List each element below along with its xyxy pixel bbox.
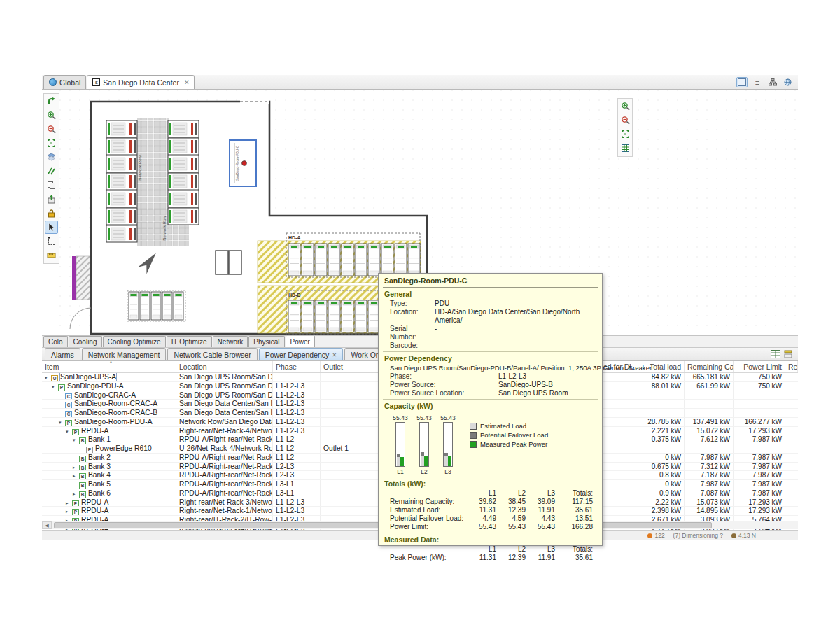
column-header-re[interactable]: Re	[785, 361, 798, 372]
power-equipment-unit[interactable]	[140, 292, 150, 320]
power-equipment-unit[interactable]	[355, 244, 367, 276]
power-equipment-unit[interactable]	[162, 292, 172, 320]
rack[interactable]	[106, 173, 137, 190]
cell-remaining-capacity	[685, 409, 734, 417]
rack[interactable]	[168, 120, 199, 137]
plan-tab-cooling[interactable]: Cooling	[69, 336, 102, 347]
rack[interactable]	[168, 190, 199, 207]
panel-tab-network-cable-browser[interactable]: Network Cable Browser	[167, 348, 257, 360]
tree-expander[interactable]: ▸	[73, 472, 79, 479]
editor-tab-0[interactable]: Global	[43, 75, 86, 89]
power-equipment-unit[interactable]	[174, 292, 183, 320]
editor-layout-icon[interactable]	[736, 77, 748, 88]
column-header-power-limit[interactable]: Power Limit	[734, 361, 785, 372]
plan-tab-network[interactable]: Network	[213, 336, 248, 347]
power-equipment-unit[interactable]	[288, 244, 300, 276]
layers-tool-button[interactable]	[45, 150, 58, 164]
world-icon[interactable]	[783, 77, 794, 88]
power-equipment-unit[interactable]	[129, 292, 139, 320]
scroll-left-button[interactable]: ◀	[42, 522, 52, 529]
rack[interactable]	[168, 173, 199, 190]
panel-tab-power-dependency[interactable]: Power Dependency✕	[259, 348, 344, 360]
rack[interactable]	[106, 190, 137, 207]
selected-pdu-c[interactable]: SanDiego-Room-PDU-C	[230, 140, 256, 186]
zoom-in-tool-button[interactable]	[45, 108, 58, 122]
close-icon[interactable]: ✕	[332, 351, 337, 358]
close-icon[interactable]: ✕	[184, 79, 190, 86]
power-equipment-unit[interactable]	[368, 244, 380, 276]
zoom-out-button[interactable]	[619, 113, 632, 127]
zoom-out-tool-button[interactable]	[45, 122, 58, 136]
minimize-icon[interactable]	[784, 350, 792, 360]
power-equipment-unit[interactable]	[288, 300, 300, 332]
select-tool-button[interactable]	[45, 220, 58, 234]
plan-tab-cooling-optimize[interactable]: Cooling Optimize	[103, 336, 166, 347]
rack[interactable]	[168, 155, 199, 172]
panel-tab-network-management[interactable]: Network Management	[82, 348, 167, 360]
rack[interactable]	[106, 138, 137, 155]
grid-view-button[interactable]	[619, 141, 632, 155]
column-header-remaining-ca-[interactable]: Remaining Ca...	[685, 361, 734, 372]
power-equipment-unit[interactable]	[328, 244, 340, 276]
column-header-outlet[interactable]: Outlet	[321, 361, 372, 372]
tree-expander[interactable]: ▸	[73, 463, 79, 471]
rack[interactable]	[106, 155, 137, 172]
cell-dimension	[601, 463, 638, 471]
power-equipment-unit[interactable]	[355, 300, 367, 332]
power-equipment-unit[interactable]	[302, 244, 314, 276]
cell-location: RPDU-A/Right-rear/Net-Rack-4/N...	[176, 480, 273, 489]
marquee-tool-button[interactable]	[45, 234, 58, 248]
paste-tool-button[interactable]	[45, 192, 58, 206]
plan-tab-power[interactable]: Power	[286, 335, 315, 347]
copy-tool-button[interactable]	[45, 178, 58, 192]
cell-outlet	[321, 373, 372, 382]
column-header-location[interactable]: Location	[176, 361, 273, 372]
power-equipment-unit[interactable]	[342, 244, 354, 276]
power-equipment-unit[interactable]	[382, 244, 393, 276]
cell-power-limit: 17.293 kW	[734, 507, 785, 515]
hierarchy-icon[interactable]	[767, 77, 778, 88]
phase-label: L3	[436, 468, 460, 475]
power-equipment-unit[interactable]	[151, 292, 161, 320]
rack[interactable]	[106, 120, 137, 137]
plan-tab-colo[interactable]: Colo	[43, 336, 68, 347]
power-equipment-unit[interactable]	[408, 244, 420, 276]
tree-expander[interactable]: ▾	[52, 383, 58, 391]
plan-tab-physical[interactable]: Physical	[248, 336, 284, 347]
column-header-phase[interactable]: Phase	[273, 361, 321, 372]
tree-expander[interactable]: ▾	[45, 374, 51, 382]
rack[interactable]	[168, 208, 199, 225]
connections-tool-button[interactable]	[45, 164, 58, 178]
menu-icon[interactable]: ≡	[752, 77, 763, 88]
table-view-icon[interactable]	[771, 350, 780, 360]
power-equipment-unit[interactable]	[395, 244, 407, 276]
power-equipment-unit[interactable]	[328, 300, 340, 332]
plan-tab-it-optimize[interactable]: IT Optimize	[167, 336, 212, 347]
power-equipment-unit[interactable]	[315, 244, 327, 276]
tree-expander[interactable]: ▸	[73, 490, 79, 498]
cell-dimension	[601, 435, 638, 444]
tree-expander[interactable]: ▾	[66, 428, 72, 435]
column-header-item[interactable]: ▲Item	[42, 361, 176, 372]
fit-to-window-tool-button[interactable]	[45, 136, 58, 150]
tree-expander[interactable]: ▾	[59, 419, 65, 426]
ruler-tool-button[interactable]	[45, 248, 58, 262]
power-equipment-unit[interactable]	[302, 300, 314, 332]
zoom-in-button[interactable]	[619, 99, 632, 113]
undo-tool-button[interactable]	[45, 94, 58, 108]
lock-tool-button[interactable]	[45, 206, 58, 220]
cell-location: U-26/Net-Rack-4/Network Row/Sa...	[176, 444, 273, 453]
paste-icon	[47, 195, 56, 204]
tree-expander[interactable]: ▸	[66, 499, 72, 507]
tree-expander[interactable]: ▾	[73, 436, 79, 444]
power-equipment-unit[interactable]	[315, 300, 327, 332]
panel-tab-alarms[interactable]: Alarms	[45, 348, 80, 360]
rack[interactable]	[106, 225, 137, 242]
cell-outlet	[321, 427, 372, 435]
power-equipment-unit[interactable]	[342, 300, 354, 332]
rack[interactable]	[168, 138, 199, 155]
editor-tab-1[interactable]: sSan Diego Data Center✕	[87, 75, 195, 89]
tree-expander[interactable]: ▸	[66, 507, 72, 515]
fit-to-window-button[interactable]	[619, 127, 632, 141]
rack[interactable]	[106, 208, 137, 225]
